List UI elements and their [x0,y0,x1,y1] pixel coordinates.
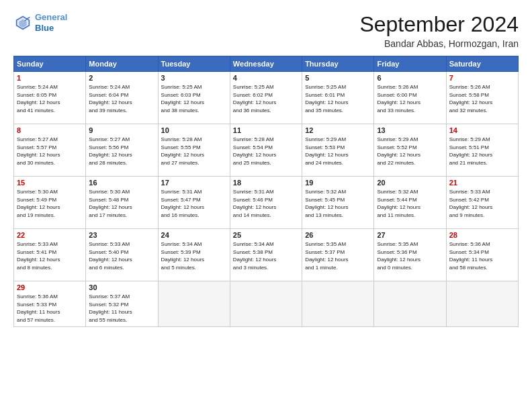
day-info: Sunrise: 5:26 AMSunset: 5:58 PMDaylight:… [449,83,515,114]
day-number: 9 [89,126,154,134]
day-number: 26 [305,231,371,239]
header: General Blue September 2024 Bandar Abbas… [13,12,519,49]
weekday-header-wednesday: Wednesday [230,56,302,72]
calendar-cell: 27Sunrise: 5:35 AMSunset: 5:36 PMDayligh… [374,229,446,281]
calendar-cell [230,281,302,327]
day-info: Sunrise: 5:29 AMSunset: 5:51 PMDaylight:… [449,136,515,167]
day-number: 7 [449,74,515,82]
calendar-cell [446,281,518,327]
day-number: 8 [17,126,83,134]
location-title: Bandar Abbas, Hormozgan, Iran [359,38,519,49]
day-info: Sunrise: 5:31 AMSunset: 5:46 PMDaylight:… [233,188,299,219]
month-title: September 2024 [359,12,519,37]
day-number: 18 [233,179,299,187]
day-info: Sunrise: 5:34 AMSunset: 5:38 PMDaylight:… [233,240,299,271]
day-number: 20 [377,179,443,187]
day-number: 1 [17,74,83,82]
calendar-cell: 28Sunrise: 5:36 AMSunset: 5:34 PMDayligh… [446,229,518,281]
calendar-cell: 3Sunrise: 5:25 AMSunset: 6:03 PMDaylight… [158,72,230,124]
day-info: Sunrise: 5:36 AMSunset: 5:34 PMDaylight:… [449,240,515,271]
title-block: September 2024 Bandar Abbas, Hormozgan, … [359,12,519,49]
day-number: 3 [161,74,227,82]
calendar-cell: 16Sunrise: 5:30 AMSunset: 5:48 PMDayligh… [86,177,158,229]
weekday-header-monday: Monday [86,56,158,72]
day-info: Sunrise: 5:32 AMSunset: 5:45 PMDaylight:… [305,188,371,219]
calendar-cell: 18Sunrise: 5:31 AMSunset: 5:46 PMDayligh… [230,177,302,229]
day-info: Sunrise: 5:29 AMSunset: 5:53 PMDaylight:… [305,136,371,167]
day-info: Sunrise: 5:25 AMSunset: 6:01 PMDaylight:… [305,83,371,114]
calendar-cell: 23Sunrise: 5:33 AMSunset: 5:40 PMDayligh… [86,229,158,281]
day-info: Sunrise: 5:24 AMSunset: 6:05 PMDaylight:… [17,83,83,114]
day-info: Sunrise: 5:26 AMSunset: 6:00 PMDaylight:… [377,83,443,114]
calendar-cell: 19Sunrise: 5:32 AMSunset: 5:45 PMDayligh… [302,177,374,229]
day-info: Sunrise: 5:32 AMSunset: 5:44 PMDaylight:… [377,188,443,219]
logo: General Blue [13,12,67,33]
day-number: 2 [89,74,154,82]
day-number: 6 [377,74,443,82]
day-info: Sunrise: 5:27 AMSunset: 5:56 PMDaylight:… [89,136,154,167]
calendar-cell: 8Sunrise: 5:27 AMSunset: 5:57 PMDaylight… [14,124,86,177]
calendar-cell: 7Sunrise: 5:26 AMSunset: 5:58 PMDaylight… [446,72,518,124]
day-info: Sunrise: 5:27 AMSunset: 5:57 PMDaylight:… [17,136,83,167]
weekday-header-sunday: Sunday [14,56,86,72]
day-info: Sunrise: 5:33 AMSunset: 5:41 PMDaylight:… [17,240,83,271]
day-number: 25 [233,231,299,239]
day-info: Sunrise: 5:30 AMSunset: 5:49 PMDaylight:… [17,188,83,219]
calendar-cell: 10Sunrise: 5:28 AMSunset: 5:55 PMDayligh… [158,124,230,177]
day-info: Sunrise: 5:33 AMSunset: 5:40 PMDaylight:… [89,240,154,271]
calendar-cell: 14Sunrise: 5:29 AMSunset: 5:51 PMDayligh… [446,124,518,177]
day-info: Sunrise: 5:29 AMSunset: 5:52 PMDaylight:… [377,136,443,167]
calendar-cell: 6Sunrise: 5:26 AMSunset: 6:00 PMDaylight… [374,72,446,124]
calendar-cell: 13Sunrise: 5:29 AMSunset: 5:52 PMDayligh… [374,124,446,177]
day-info: Sunrise: 5:36 AMSunset: 5:33 PMDaylight:… [17,293,83,324]
day-number: 15 [17,179,83,187]
calendar-cell: 20Sunrise: 5:32 AMSunset: 5:44 PMDayligh… [374,177,446,229]
calendar-cell: 12Sunrise: 5:29 AMSunset: 5:53 PMDayligh… [302,124,374,177]
calendar-cell: 26Sunrise: 5:35 AMSunset: 5:37 PMDayligh… [302,229,374,281]
calendar-cell: 21Sunrise: 5:33 AMSunset: 5:42 PMDayligh… [446,177,518,229]
weekday-header-tuesday: Tuesday [158,56,230,72]
day-number: 16 [89,179,154,187]
calendar: SundayMondayTuesdayWednesdayThursdayFrid… [13,56,519,327]
day-number: 4 [233,74,299,82]
day-info: Sunrise: 5:25 AMSunset: 6:02 PMDaylight:… [233,83,299,114]
day-number: 30 [89,283,154,291]
day-info: Sunrise: 5:34 AMSunset: 5:39 PMDaylight:… [161,240,227,271]
day-number: 29 [17,283,83,291]
day-number: 19 [305,179,371,187]
calendar-cell: 29Sunrise: 5:36 AMSunset: 5:33 PMDayligh… [14,281,86,327]
calendar-cell: 15Sunrise: 5:30 AMSunset: 5:49 PMDayligh… [14,177,86,229]
day-info: Sunrise: 5:35 AMSunset: 5:37 PMDaylight:… [305,240,371,271]
day-info: Sunrise: 5:33 AMSunset: 5:42 PMDaylight:… [449,188,515,219]
day-number: 12 [305,126,371,134]
calendar-cell: 11Sunrise: 5:28 AMSunset: 5:54 PMDayligh… [230,124,302,177]
day-number: 10 [161,126,227,134]
calendar-cell: 17Sunrise: 5:31 AMSunset: 5:47 PMDayligh… [158,177,230,229]
calendar-cell: 24Sunrise: 5:34 AMSunset: 5:39 PMDayligh… [158,229,230,281]
calendar-cell: 22Sunrise: 5:33 AMSunset: 5:41 PMDayligh… [14,229,86,281]
day-info: Sunrise: 5:37 AMSunset: 5:32 PMDaylight:… [89,293,154,324]
day-number: 21 [449,179,515,187]
day-info: Sunrise: 5:25 AMSunset: 6:03 PMDaylight:… [161,83,227,114]
calendar-cell: 1Sunrise: 5:24 AMSunset: 6:05 PMDaylight… [14,72,86,124]
day-number: 23 [89,231,154,239]
page: General Blue September 2024 Bandar Abbas… [0,0,532,411]
weekday-header-friday: Friday [374,56,446,72]
calendar-cell: 2Sunrise: 5:24 AMSunset: 6:04 PMDaylight… [86,72,158,124]
calendar-cell: 25Sunrise: 5:34 AMSunset: 5:38 PMDayligh… [230,229,302,281]
day-number: 17 [161,179,227,187]
day-number: 28 [449,231,515,239]
day-number: 5 [305,74,371,82]
calendar-cell [302,281,374,327]
weekday-header-thursday: Thursday [302,56,374,72]
day-number: 27 [377,231,443,239]
calendar-cell [158,281,230,327]
weekday-header-saturday: Saturday [446,56,518,72]
calendar-cell: 5Sunrise: 5:25 AMSunset: 6:01 PMDaylight… [302,72,374,124]
day-number: 22 [17,231,83,239]
calendar-cell: 4Sunrise: 5:25 AMSunset: 6:02 PMDaylight… [230,72,302,124]
calendar-cell: 9Sunrise: 5:27 AMSunset: 5:56 PMDaylight… [86,124,158,177]
day-info: Sunrise: 5:28 AMSunset: 5:54 PMDaylight:… [233,136,299,167]
day-number: 11 [233,126,299,134]
logo-text: General Blue [35,12,67,33]
